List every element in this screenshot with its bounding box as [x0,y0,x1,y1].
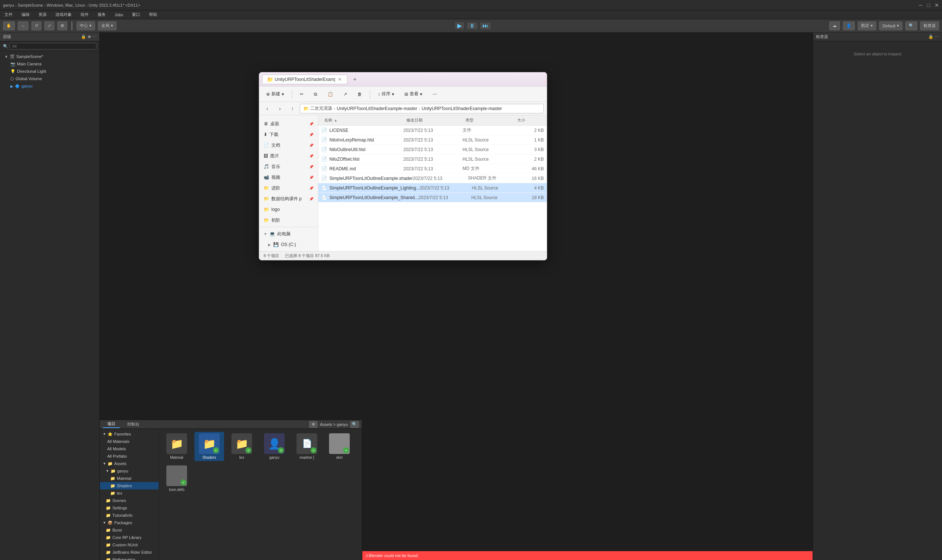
menu-services[interactable]: 服务 [96,11,107,18]
menu-edit[interactable]: 编辑 [20,11,31,18]
toolbar-search[interactable]: 🔍 [905,22,917,30]
fe-sidebar-thispc[interactable]: ▼ 💻 此电脑 [261,229,316,239]
fe-paste-btn[interactable]: 📋 [324,89,337,100]
menu-assets[interactable]: 资源 [37,11,48,18]
menu-window[interactable]: 窗口 [131,11,142,18]
fe-sidebar-beginner[interactable]: 📁 初阶 [261,215,316,225]
fe-delete-btn[interactable]: 🗑 [353,89,366,100]
close-btn[interactable]: ✕ [934,2,939,8]
asset-ganyu[interactable]: 👤 + ganyu [259,432,289,461]
asset-skin[interactable]: + skin [325,432,354,461]
toolbar-space-global[interactable]: 全局 ▾ [98,22,116,30]
proj-tex[interactable]: 📁 tex [100,489,159,497]
hierarchy-add-icon[interactable]: ⊕ [88,34,91,39]
toolbar-transform-scale[interactable]: ⤢ [45,22,54,30]
fe-file-readme[interactable]: 📄 README.md 2023/7/22 5:13 MD 文件 46 KB [318,164,547,174]
fe-file-simpleoutline[interactable]: 📄 SimpleURPToonLitOutlineExample.shader … [318,174,547,183]
proj-assets[interactable]: ▼ 📁 Assets [100,460,159,467]
hierarchy-item-directional-light[interactable]: 💡 Directional Light [0,68,99,75]
proj-mathematics[interactable]: 📁 Mathematics [100,556,159,560]
toolbar-transform-hand[interactable]: ✋ [3,22,15,30]
fe-cut-btn[interactable]: ✂ [296,89,308,100]
window-controls[interactable]: ─ □ ✕ [919,2,939,8]
fe-file-license[interactable]: 📄 LICENSE 2023/7/22 5:13 文件 2 KB [318,126,547,135]
proj-ganyu-folder[interactable]: ▼ 📁 ganyu [100,467,159,475]
fe-sidebar-extras[interactable]: 📁 进阶 📌 [261,183,316,193]
pause-button[interactable]: ⏸ [467,23,477,29]
fe-forward-btn[interactable]: › [275,103,285,114]
fe-up-btn[interactable]: ↑ [287,103,298,114]
console-tab[interactable]: 控制台 [123,421,144,428]
menu-jobs[interactable]: Jobs [113,12,125,18]
proj-shaders[interactable]: 📁 Shaders [100,482,159,489]
fe-new-btn[interactable]: ⊕ 新建 ▾ [262,89,288,100]
fe-sidebar-datacourse[interactable]: 📁 数据结构课件 p 📌 [261,194,316,204]
fe-tab-close-btn[interactable]: ✕ [337,77,343,82]
fe-tab-main[interactable]: 📁 UnityURPToonLitShaderExam| ✕ [262,75,347,84]
fe-col-date-header[interactable]: 修改日期 [403,117,463,123]
fe-sidebar-music[interactable]: 🎵 音乐 📌 [261,162,316,172]
proj-burst[interactable]: 📁 Burst [100,526,159,534]
project-tab[interactable]: 项目 [103,420,120,428]
play-button[interactable]: ▶ [455,22,464,29]
asset-shaders[interactable]: 📁 + Shaders [194,432,224,461]
proj-settings[interactable]: 📁 Settings [100,504,159,512]
hierarchy-more-icon[interactable]: ⋯ [93,34,97,39]
asset-readme[interactable]: 📄 + readme [ [292,432,322,461]
menu-gameobject[interactable]: 游戏对象 [54,11,73,18]
step-button[interactable]: ⏭ [480,23,490,29]
proj-favorites[interactable]: ▼ ⭐ Favorites [100,430,159,438]
fe-sidebar-osc[interactable]: ▶ 💾 OS (C:) [261,239,316,250]
proj-customnunit[interactable]: 📁 Custom NUnit [100,541,159,549]
fe-sidebar-videos[interactable]: 📹 视频 📌 [261,172,316,183]
fe-more-btn[interactable]: ⋯ [429,89,441,100]
inspector-lock-icon[interactable]: 🔒 [928,34,933,39]
fe-sidebar-images[interactable]: 🖼 图片 📌 [261,151,316,161]
hierarchy-item-global-volume[interactable]: ⬡ Global Volume [0,75,99,82]
asset-toon[interactable]: + toon.defo [162,464,191,493]
project-add-btn[interactable]: ⊕ [309,421,318,428]
proj-tutorialinfo[interactable]: 📁 TutorialInfo [100,512,159,519]
proj-corerplib[interactable]: 📁 Core RP Library [100,534,159,541]
proj-jetbrains[interactable]: 📁 JetBrains Rider Editor [100,549,159,556]
menu-help[interactable]: 帮助 [148,11,159,18]
project-search-btn[interactable]: 🔍 [350,421,359,428]
toolbar-account[interactable]: 👤 [843,22,855,30]
fe-col-size-header[interactable]: 大小 [514,117,544,123]
inspector-more-icon[interactable]: ⋯ [935,34,939,39]
fe-sidebar-documents[interactable]: 📄 文档 📌 [261,140,316,150]
hierarchy-item-ganyu[interactable]: ▶ 🔷 ganyu [0,82,99,90]
proj-matreial[interactable]: 📁 Matreial [100,475,159,482]
toolbar-inspector[interactable]: 检查器 [920,22,939,30]
fe-new-tab-btn[interactable]: + [350,75,359,84]
toolbar-pivot-center[interactable]: 中心 ▾ [77,22,95,30]
hierarchy-item-main-camera[interactable]: 📷 Main Camera [0,60,99,68]
hierarchy-scene-root[interactable]: ▼ 🎬 SampleScene* [0,53,99,60]
hierarchy-lock-icon[interactable]: 🔒 [81,34,86,39]
fe-file-simpleshared[interactable]: 📄 SimpleURPToonLitOutlineExample_Shared.… [318,193,547,202]
toolbar-layout[interactable]: Default ▾ [879,22,902,30]
toolbar-transform-move[interactable]: ↔ [18,22,28,30]
proj-all-prefabs[interactable]: All Prefabs [100,452,159,460]
fe-sidebar-desktop[interactable]: 🖥 桌面 📌 [261,118,316,129]
proj-all-materials[interactable]: All Materials [100,438,159,445]
fe-file-nilozoffset[interactable]: 📄 NiloZOffset.hlsl 2023/7/22 5:13 HLSL S… [318,154,547,164]
proj-scenes[interactable]: 📁 Scenes [100,497,159,504]
fe-col-type-header[interactable]: 类型 [463,117,514,123]
fe-col-name-header[interactable]: 名称 ▲ [321,117,403,123]
toolbar-transform-rect[interactable]: ⊞ [57,22,67,30]
fe-path-bar[interactable]: 📁 二次元渲染 › UnityURPToonLitShaderExample-m… [300,104,544,114]
fe-sidebar-downloads[interactable]: ⬇ 下载 📌 [261,129,316,140]
fe-copy-btn[interactable]: ⧉ [310,89,321,100]
menu-component[interactable]: 组件 [79,11,90,18]
proj-all-models[interactable]: All Models [100,445,159,452]
fe-sidebar-logo[interactable]: 📁 logo [261,204,316,215]
fe-file-niloinvlerp[interactable]: 📄 NiloInvLerpRemap.hlsl 2023/7/22 5:13 H… [318,135,547,145]
asset-tex[interactable]: 📁 + tex [227,432,257,461]
menu-file[interactable]: 文件 [3,11,14,18]
toolbar-layers[interactable]: 图层 ▾ [858,22,876,30]
maximize-btn[interactable]: □ [927,2,930,8]
fe-sort-btn[interactable]: ↕ 排序 ▾ [374,89,398,100]
fe-file-nilooutline[interactable]: 📄 NiloOutlineUtil.hlsl 2023/7/22 5:13 HL… [318,145,547,154]
toolbar-collab[interactable]: ☁ [829,22,840,30]
